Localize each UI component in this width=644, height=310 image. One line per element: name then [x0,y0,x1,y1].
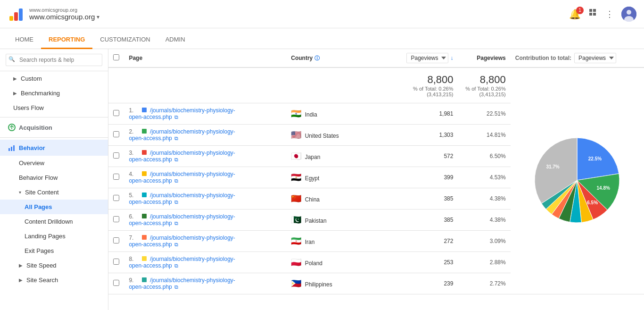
pageviews-value: 239 [444,280,453,287]
row-checkbox[interactable] [113,174,119,180]
td-pageviews-bar: 385 [382,209,458,231]
td-pct: 14.81% [458,125,510,146]
summary-row: 8,800 % of Total: 0.26% (3,413,215) 8,80… [108,67,644,103]
contribution-metric-select[interactable]: Pageviews [574,53,616,63]
td-checkbox [108,125,124,146]
td-country: 🇮🇳 India [286,103,381,125]
sidebar-item-benchmarking[interactable]: ▶ Benchmarking [0,86,108,101]
open-icon[interactable]: ⧉ [174,157,178,162]
nav-reporting[interactable]: REPORTING [41,31,92,49]
sidebar-item-site-speed[interactable]: ▶ Site Speed [0,258,108,273]
sidebar-item-users-flow[interactable]: Users Flow [0,101,108,115]
caret-icon: ▶ [13,76,17,81]
sidebar-item-label: Behavior [19,144,45,151]
sidebar-item-site-content[interactable]: ▾ Site Content [0,185,108,200]
summary-value: 8,800 [387,74,454,86]
sidebar-item-behavior-flow[interactable]: Behavior Flow [0,170,108,185]
sidebar-item-label: Content Drilldown [25,218,73,225]
row-checkbox[interactable] [113,152,119,159]
open-icon[interactable]: ⧉ [174,284,178,290]
open-icon[interactable]: ⧉ [174,114,178,120]
svg-rect-4 [593,9,596,12]
row-checkbox[interactable] [113,110,119,116]
nav-customization[interactable]: CUSTOMIZATION [92,31,157,49]
open-icon[interactable]: ⧉ [174,135,178,141]
row-checkbox[interactable] [113,280,119,286]
search-input[interactable] [6,54,102,66]
sidebar-item-label: Exit Pages [25,247,54,254]
td-country: 🇮🇷 Iran [286,231,381,252]
select-all-checkbox[interactable] [113,54,119,60]
td-checkbox [108,103,124,125]
color-indicator [142,150,147,155]
metric-select[interactable]: Pageviews [406,53,448,63]
top-bar-left: www.omicsgroup.org www.omicsgroup.org ▾ [8,6,99,23]
user-avatar-icon [621,7,636,22]
row-checkbox[interactable] [113,237,119,243]
row-checkbox[interactable] [113,216,119,222]
open-icon[interactable]: ⧉ [174,242,178,247]
acquisition-icon [8,123,16,132]
sidebar-item-content-drilldown[interactable]: Content Drilldown [0,214,108,229]
sidebar-item-overview[interactable]: Overview [0,156,108,170]
td-page: 1. /journals/biochemistry-physiology-ope… [124,103,286,125]
sort-desc-icon[interactable]: ↓ [450,55,453,61]
color-indicator [142,256,147,261]
row-checkbox[interactable] [113,131,119,137]
pageviews-value: 385 [444,217,453,223]
td-pct: 22.51% [458,103,510,125]
color-indicator [142,171,147,176]
sidebar-item-behavior[interactable]: Behavior [0,140,108,156]
svg-text:31.7%: 31.7% [546,164,560,169]
row-checkbox[interactable] [113,195,119,201]
flag-icon: 🇵🇭 [291,279,301,288]
avatar[interactable] [621,7,636,22]
sidebar-item-custom[interactable]: ▶ Custom [0,71,108,86]
pageviews-value: 253 [444,259,453,266]
td-pageviews-bar: 399 [382,167,458,188]
sidebar-item-label: Benchmarking [21,90,60,97]
td-country: 🇵🇭 Philippines [286,273,381,294]
sidebar-item-exit-pages[interactable]: Exit Pages [0,243,108,258]
info-icon[interactable]: ⓘ [314,55,320,61]
dropdown-arrow-icon[interactable]: ▾ [97,14,99,20]
open-icon[interactable]: ⧉ [174,199,178,205]
apps-button[interactable] [588,8,598,20]
notification-button[interactable]: 🔔 1 [569,8,581,20]
td-page: 5. /journals/biochemistry-physiology-ope… [124,188,286,209]
caret-right-icon: ▶ [19,277,23,283]
caret-icon: ▶ [13,91,17,96]
site-url-small: www.omicsgroup.org [29,7,99,13]
color-indicator [142,277,147,282]
nav-home[interactable]: HOME [8,31,41,49]
sidebar-item-all-pages[interactable]: All Pages [0,200,108,214]
nav-admin[interactable]: ADMIN [158,31,193,49]
td-pct: 6.50% [458,146,510,167]
open-icon[interactable]: ⧉ [174,178,178,184]
td-page: 9. /journals/biochemistry-physiology-ope… [124,273,286,294]
sidebar-item-acquisition[interactable]: Acquisition [0,119,108,135]
pageviews-value: 385 [444,195,453,202]
open-icon[interactable]: ⧉ [174,263,178,268]
td-pct: 3.09% [458,231,510,252]
country-name: India [305,111,317,118]
row-checkbox[interactable] [113,259,119,265]
td-country: 🇯🇵 Japan [286,146,381,167]
sidebar-item-site-search[interactable]: ▶ Site Search [0,273,108,287]
country-name: Japan [305,154,321,160]
sidebar-item-label: Overview [19,159,44,167]
more-button[interactable]: ⋮ [605,9,614,19]
sidebar-item-landing-pages[interactable]: Landing Pages [0,229,108,243]
flag-icon: 🇺🇸 [291,130,301,140]
td-page: 2. /journals/biochemistry-physiology-ope… [124,125,286,146]
row-number: 8. [129,256,138,262]
td-checkbox [108,273,124,294]
td-pct: 2.88% [458,252,510,273]
country-name: Pakistan [305,218,327,224]
svg-rect-3 [589,9,592,12]
row-number: 1. [129,107,138,114]
td-pageviews-bar: 239 [382,273,458,294]
behavior-icon [8,143,16,152]
open-icon[interactable]: ⧉ [174,220,178,226]
divider [0,137,108,138]
